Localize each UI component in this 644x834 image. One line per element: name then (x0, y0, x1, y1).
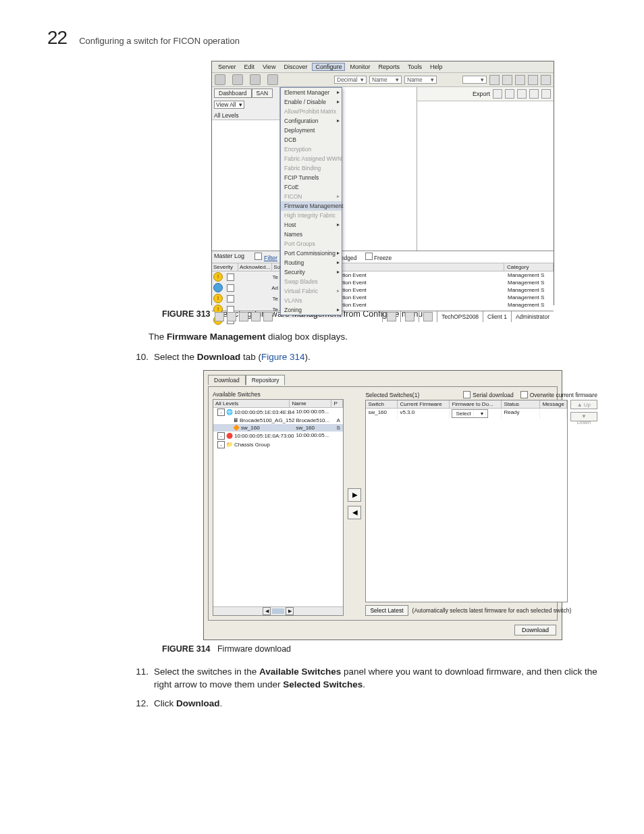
firmware-select-combo[interactable]: Select▾ (452, 409, 488, 418)
status-icon[interactable] (239, 312, 248, 321)
toolbar-icon[interactable] (215, 74, 225, 85)
toolbar-icon[interactable] (528, 75, 538, 85)
horizontal-scrollbar[interactable]: ◀▶ (213, 606, 343, 615)
toolbar-icon[interactable] (515, 75, 525, 85)
toolbar-icon[interactable] (232, 74, 243, 85)
name-dropdown[interactable]: Name▾ (369, 76, 402, 84)
toolbar-icon[interactable] (529, 89, 539, 99)
step-10: 10. Select the Download tab (Figure 314)… (134, 351, 603, 363)
status-icon[interactable] (215, 312, 224, 321)
ack-checkbox[interactable] (227, 284, 234, 292)
col-acknowledged[interactable]: Acknowled... (238, 263, 272, 271)
move-up-button[interactable]: ▲ Up (570, 400, 597, 409)
toolbar-combo[interactable]: ▾ (462, 76, 487, 84)
menubar[interactable]: Server Edit View Discover Configure Moni… (212, 61, 554, 73)
chevron-down-icon: ▾ (239, 101, 242, 108)
col-switch[interactable]: Switch (366, 400, 398, 408)
filter-checkbox[interactable] (254, 253, 262, 260)
col-firmware-todo[interactable]: Firmware to Do... (450, 400, 502, 408)
toolbar-icon[interactable] (541, 89, 551, 99)
tree-row[interactable]: 🔶sw_160sw_160S (213, 424, 343, 432)
scroll-right-icon[interactable]: ▶ (286, 607, 294, 615)
expand-icon[interactable]: - (217, 432, 225, 440)
figure-314-link[interactable]: Figure 314 (261, 352, 305, 362)
move-left-button[interactable]: ◀ (348, 506, 361, 519)
menu-item: FICON (281, 192, 342, 201)
tree-row[interactable]: -🌐10:00:00:05:1E:03:4E:B410:00:00:05... (213, 408, 343, 417)
tab-dashboard[interactable]: Dashboard (214, 88, 252, 98)
help-icon[interactable] (541, 75, 551, 85)
zoom-in-icon[interactable] (493, 89, 502, 99)
filter-link[interactable]: Filter (264, 255, 277, 261)
toolbar-icon[interactable] (250, 74, 261, 85)
log-row[interactable]: Ad (212, 282, 279, 293)
menu-reports[interactable]: Reports (375, 63, 403, 71)
tree-row[interactable]: -🔴10:00:00:05:1E:0A:73:0010:00:00:05... (213, 432, 343, 440)
decimal-dropdown[interactable]: Decimal▾ (334, 76, 367, 84)
tab-san[interactable]: SAN (252, 88, 273, 98)
scroll-left-icon[interactable]: ◀ (263, 607, 271, 615)
zoom-out-icon[interactable] (505, 89, 514, 99)
menu-item[interactable]: Deployment (281, 126, 342, 135)
menu-item[interactable]: FCoE (281, 182, 342, 192)
menu-item[interactable]: Zoning (281, 305, 342, 315)
status-icon[interactable] (263, 312, 273, 321)
fit-icon[interactable] (517, 89, 527, 99)
tab-download[interactable]: Download (208, 375, 246, 385)
move-down-button[interactable]: ▼ Down (570, 412, 597, 421)
col-name[interactable]: Name (290, 400, 331, 407)
ack-checkbox[interactable] (227, 273, 234, 281)
menu-item[interactable]: Routing (281, 258, 342, 267)
status-icon[interactable] (251, 312, 261, 321)
menu-discover[interactable]: Discover (280, 63, 311, 71)
menu-server[interactable]: Server (215, 63, 240, 71)
col-message[interactable]: Message (540, 400, 566, 408)
menu-edit[interactable]: Edit (241, 63, 259, 71)
configure-dropdown[interactable]: Element ManagerEnable / DisableAllow/Pro… (280, 87, 342, 315)
menu-help[interactable]: Help (427, 63, 446, 71)
menu-configure[interactable]: Configure (312, 63, 345, 71)
serial-download-checkbox[interactable] (463, 391, 471, 398)
tree-row[interactable]: 🖥Brocade5100_AG_152Brocade510...A (213, 417, 343, 424)
overwrite-checkbox[interactable] (520, 391, 528, 398)
menu-item[interactable]: Firmware Management (281, 201, 342, 211)
ack-checkbox[interactable] (227, 295, 234, 303)
status-icon[interactable] (227, 312, 236, 321)
download-button[interactable]: Download (514, 625, 556, 635)
col-current-firmware[interactable]: Current Firmware (398, 400, 450, 408)
expand-icon[interactable]: - (217, 441, 225, 448)
col-severity[interactable]: Severity (212, 263, 238, 271)
canvas-area: Element ManagerEnable / DisableAllow/Pro… (280, 87, 417, 251)
freeze-checkbox[interactable] (365, 253, 373, 260)
expand-icon[interactable]: - (217, 409, 225, 416)
menu-item[interactable]: Enable / Disable (281, 97, 342, 107)
select-latest-button[interactable]: Select Latest (365, 605, 408, 616)
menu-item[interactable]: Names (281, 230, 342, 239)
toolbar-icon[interactable] (502, 75, 512, 85)
menu-item[interactable]: Configuration (281, 116, 342, 126)
toolbar-icon[interactable] (489, 75, 500, 85)
menu-item[interactable]: Port Commissioning (281, 249, 342, 258)
menu-item[interactable]: Element Manager (281, 88, 342, 97)
menu-view[interactable]: View (259, 63, 279, 71)
col-origin[interactable]: Origin (323, 263, 504, 271)
selected-switch-row[interactable]: sw_160 v5.3.0 Select▾ Ready (366, 409, 566, 419)
col-category[interactable]: Category (504, 263, 554, 271)
tab-repository[interactable]: Repository (246, 375, 286, 385)
menu-item[interactable]: Security (281, 267, 342, 277)
menu-tools[interactable]: Tools (404, 63, 425, 71)
menu-monitor[interactable]: Monitor (346, 63, 373, 71)
log-row[interactable]: Te (212, 293, 279, 304)
tree-row[interactable]: -📁Chassis Group (213, 440, 343, 449)
col-p[interactable]: P (331, 400, 343, 407)
menu-item[interactable]: FCIP Tunnels (281, 173, 342, 182)
move-right-button[interactable]: ▶ (348, 488, 361, 502)
menu-item[interactable]: DCB (281, 135, 342, 145)
col-all-levels[interactable]: All Levels (213, 400, 290, 407)
menu-item[interactable]: Host (281, 220, 342, 230)
toolbar-icon[interactable] (267, 74, 278, 85)
log-row[interactable]: Te (212, 271, 279, 282)
name-dropdown[interactable]: Name▾ (404, 76, 437, 84)
col-status[interactable]: Status (502, 400, 540, 408)
view-all-combo[interactable]: View All▾ (214, 101, 244, 109)
